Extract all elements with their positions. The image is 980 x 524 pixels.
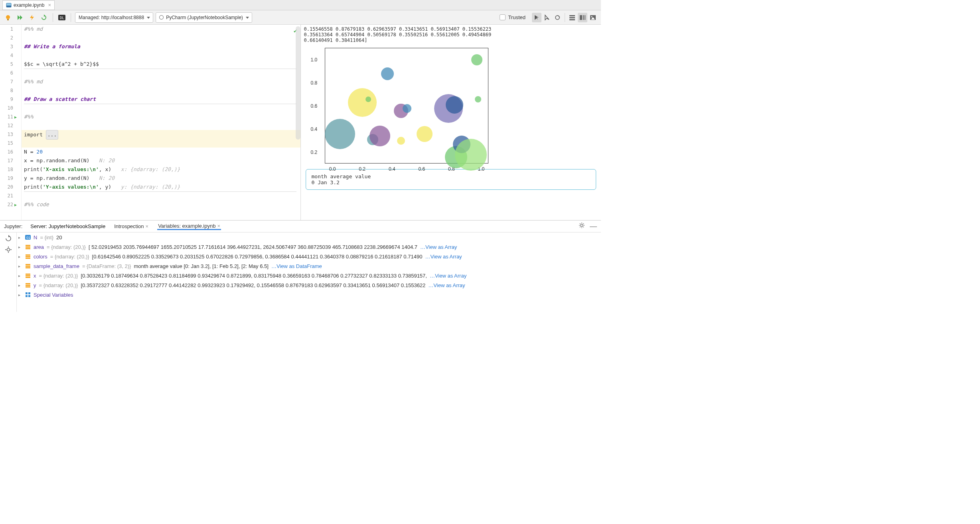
svg-line-29: [580, 227, 581, 228]
variable-row[interactable]: ▸x = {ndarray: (20,)} [0.30326179 0.1874…: [17, 271, 601, 280]
svg-point-2: [6, 15, 10, 19]
svg-rect-40: [26, 246, 30, 248]
variable-row[interactable]: ▸y = {ndarray: (20,)} [0.35372327 0.6322…: [17, 280, 601, 290]
tab-introspection[interactable]: Introspection×: [113, 223, 149, 229]
trusted-checkbox[interactable]: Trusted: [500, 14, 526, 20]
close-icon[interactable]: ×: [48, 2, 51, 8]
variable-row[interactable]: ▸sample_data_frame = {DataFrame: (3, 2)}…: [17, 261, 601, 271]
gear-icon[interactable]: [5, 246, 12, 253]
bulb-icon[interactable]: [3, 13, 13, 22]
svg-point-32: [7, 248, 10, 251]
variable-row[interactable]: ▸01N = {int} 20: [17, 232, 601, 242]
type-icon: [25, 254, 31, 259]
svg-rect-15: [569, 19, 575, 20]
svg-rect-41: [26, 248, 30, 249]
expand-icon[interactable]: ▸: [18, 254, 22, 259]
scrollbar[interactable]: [296, 26, 300, 140]
code-line: print('X-axis values:\n', x) x: {ndarray…: [22, 165, 300, 174]
type-icon: [25, 273, 31, 278]
svg-rect-49: [26, 275, 30, 276]
view-as-link[interactable]: …View as Array: [425, 254, 462, 260]
notebook-file-icon: [6, 2, 12, 8]
dl-toolbox-icon[interactable]: DL: [57, 13, 67, 22]
expand-icon[interactable]: ▸: [18, 293, 22, 297]
code-line: ## Draw a scatter chart: [22, 95, 300, 104]
type-icon: [25, 263, 31, 269]
server-label: Managed: http://localhost:8888: [79, 15, 144, 20]
svg-rect-47: [26, 267, 30, 268]
close-icon[interactable]: ×: [146, 223, 149, 229]
type-icon: 01: [25, 234, 31, 240]
view-as-link[interactable]: …View as Array: [430, 273, 466, 279]
svg-rect-50: [26, 277, 30, 278]
notebook-toolbar: DL Managed: http://localhost:8888 PyChar…: [0, 10, 601, 25]
expand-icon[interactable]: ▸: [18, 283, 22, 288]
fold-ellipsis-icon[interactable]: ...: [46, 130, 58, 140]
code-line: y = np.random.rand(N) N: 20: [22, 174, 300, 183]
type-icon: [25, 282, 31, 288]
expand-icon[interactable]: ▸: [18, 264, 22, 268]
run-all-icon[interactable]: [15, 13, 25, 22]
tab-bar: example.ipynb ×: [0, 0, 601, 10]
cursor-sync-icon[interactable]: [532, 13, 541, 22]
view-as-link[interactable]: …View as DataFrame: [271, 263, 322, 269]
svg-marker-10: [535, 15, 539, 20]
refresh-icon[interactable]: [553, 13, 562, 22]
svg-rect-17: [583, 15, 584, 20]
jupyter-label: Jupyter:: [4, 223, 22, 229]
lightning-icon[interactable]: [27, 13, 37, 22]
svg-text:01: 01: [26, 236, 30, 240]
view-as-link[interactable]: …View as Array: [428, 282, 465, 288]
output-pane: 0.15546558 0.87679183 0.62963597 0.33413…: [301, 25, 601, 220]
restart-output-icon[interactable]: [542, 13, 552, 22]
expand-icon[interactable]: ▸: [18, 245, 22, 249]
server-info: Server: JupyterNotebookSample: [30, 223, 105, 229]
expand-icon[interactable]: ▸: [18, 274, 22, 278]
editor-pane: 1234567891011▶12131516171819202122▶ ✔ #%…: [0, 25, 301, 220]
code-line: #%% code: [22, 200, 300, 209]
svg-rect-3: [7, 19, 9, 20]
svg-rect-13: [569, 15, 575, 16]
svg-rect-39: [26, 245, 30, 246]
type-icon: [25, 244, 31, 250]
kernel-dropdown[interactable]: PyCharm (JupyterNotebookSample): [156, 12, 252, 23]
minimize-icon[interactable]: —: [590, 222, 597, 230]
variable-row[interactable]: ▸colors = {ndarray: (20,)} [0.61642546 0…: [17, 252, 601, 261]
svg-line-30: [583, 223, 584, 224]
svg-rect-51: [26, 283, 30, 284]
scatter-plot: 0.20.40.60.81.00.00.20.40.60.81.0: [325, 48, 488, 164]
view-as-link[interactable]: …View as Array: [420, 244, 457, 250]
layout-split-icon[interactable]: [578, 13, 587, 22]
close-icon[interactable]: ×: [217, 223, 220, 229]
variable-row[interactable]: ▸area = {ndarray: (20,)} [ 52.02919453 2…: [17, 242, 601, 252]
svg-text:DL: DL: [60, 16, 64, 20]
trusted-label: Trusted: [508, 14, 526, 20]
svg-rect-14: [569, 17, 575, 18]
code-body[interactable]: ✔ #%% md ## Write a formula $$c = \sqrt{…: [22, 25, 300, 220]
tool-window: Jupyter: Server: JupyterNotebookSample I…: [0, 220, 601, 312]
reload-icon[interactable]: [5, 235, 12, 242]
restart-icon[interactable]: [39, 13, 49, 22]
svg-rect-46: [26, 266, 30, 267]
expand-icon[interactable]: ▸: [18, 235, 22, 240]
stdout-output: 0.15546558 0.87679183 0.62963597 0.33413…: [301, 25, 601, 45]
svg-rect-56: [26, 295, 28, 297]
file-tab-label: example.ipynb: [14, 2, 44, 8]
svg-rect-53: [26, 286, 30, 288]
type-icon: [25, 292, 31, 297]
svg-rect-57: [28, 295, 30, 297]
gear-icon[interactable]: [579, 222, 585, 230]
image-preview-icon[interactable]: [588, 13, 598, 22]
dataframe-output: month average value 0 Jan 3.2: [306, 169, 597, 190]
svg-line-27: [580, 223, 581, 224]
server-dropdown[interactable]: Managed: http://localhost:8888: [75, 12, 153, 23]
svg-rect-16: [580, 15, 582, 20]
code-line: ## Write a formula: [22, 42, 300, 51]
tab-variables[interactable]: Variables: example.ipynb×: [157, 223, 221, 230]
file-tab[interactable]: example.ipynb ×: [2, 0, 55, 10]
svg-marker-11: [545, 15, 549, 20]
code-line: print('Y-axis values:\n', y) y: {ndarray…: [22, 183, 300, 191]
variables-list: ▸01N = {int} 20▸area = {ndarray: (20,)} …: [17, 232, 601, 312]
variable-row[interactable]: ▸Special Variables: [17, 290, 601, 299]
layout-list-icon[interactable]: [567, 13, 577, 22]
